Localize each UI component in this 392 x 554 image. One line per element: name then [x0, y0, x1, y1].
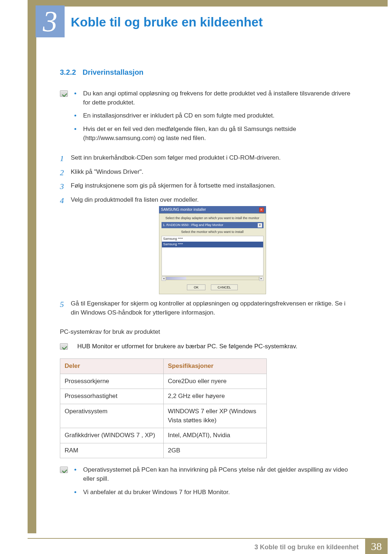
intro-note-block: Du kan angi optimal oppløsning og frekve… — [60, 89, 354, 147]
intro-bullet: En installasjonsdriver er inkludert på C… — [74, 111, 354, 120]
step-item: 3Følg instruksjonene som gis på skjermen… — [60, 181, 354, 190]
scroll-left-icon[interactable]: ◂ — [162, 276, 166, 281]
step-number: 1 — [60, 153, 64, 164]
footer-chapter-ref: 3 Koble til og bruke en kildeenhet — [254, 539, 365, 554]
note-icon — [60, 90, 68, 97]
installer-caption2: Select the monitor which you want to ins… — [162, 230, 264, 234]
step-text: Følg instruksjonene som gis på skjermen … — [71, 182, 275, 189]
table-header-specs: Spesifikasjoner — [163, 358, 267, 374]
table-cell: 2,2 GHz eller høyere — [163, 389, 267, 404]
intro-bullet: Du kan angi optimal oppløsning og frekve… — [74, 89, 354, 107]
step-item: 5Gå til Egenskaper for skjerm og kontrol… — [60, 299, 354, 317]
main-content: 3.2.2Driverinstallasjon Du kan angi opti… — [60, 67, 354, 502]
ok-button[interactable]: OK — [187, 284, 205, 290]
table-cell: Intel, AMD(ATI), Nvidia — [163, 428, 267, 443]
step-text: Sett inn brukerhåndbok-CDen som følger m… — [71, 154, 281, 161]
page-number: 38 — [365, 539, 388, 554]
chapter-number-badge: 3 — [36, 5, 65, 37]
pc-requirements-heading: PC-systemkrav for bruk av produktet — [60, 328, 354, 337]
section-number: 3.2.2 — [60, 68, 76, 76]
cancel-button[interactable]: CANCEL — [211, 284, 238, 290]
spec-table: Deler Spesifikasjoner ProsessorkjerneCor… — [60, 358, 267, 458]
step-number: 2 — [60, 167, 64, 178]
table-cell: Prosessorkjerne — [60, 374, 164, 389]
step-item: 4Velg din produktmodell fra listen over … — [60, 196, 354, 294]
installer-monitor-list[interactable]: Samsung **** Samsung **** — [162, 236, 264, 276]
step-item: 2Klikk på "Windows Driver". — [60, 168, 354, 177]
page-footer: 3 Koble til og bruke en kildeenhet 38 — [28, 538, 388, 554]
table-row: OperativsystemWINDOWS 7 eller XP (Window… — [60, 404, 267, 428]
installer-screenshot: SAMSUNG monitor installer × Select the d… — [159, 206, 266, 295]
pc-req-note-row: HUB Monitor er utformet for brukere av b… — [60, 342, 354, 351]
step-text: Klikk på "Windows Driver". — [71, 168, 143, 175]
closing-bullet: Vi anbefaler at du bruker Windows 7 for … — [74, 488, 354, 497]
intro-bullet: Hvis det er en feil ved den medfølgende … — [74, 125, 354, 143]
footer-chapter-title: Koble til og bruke en kildeenhet — [260, 543, 359, 551]
table-header-row: Deler Spesifikasjoner — [60, 358, 267, 374]
table-row: ProsessorkjerneCore2Duo eller nyere — [60, 374, 267, 389]
step-number: 3 — [60, 181, 64, 192]
scroll-right-icon[interactable]: ▸ — [259, 276, 264, 281]
section-title: Driverinstallasjon — [82, 68, 143, 76]
installer-adapter-dropdown[interactable]: 1. RADEON 9550 : Plug and Play Monitor ▾ — [162, 222, 264, 228]
table-header-parts: Deler — [60, 358, 164, 374]
table-cell: RAM — [60, 443, 164, 458]
installer-window-title: SAMSUNG monitor installer — [161, 207, 206, 213]
table-cell: Grafikkdriver (WINDOWS 7 , XP) — [60, 428, 164, 443]
table-cell: Prosessorhastighet — [60, 389, 164, 404]
note-icon — [60, 467, 68, 473]
chapter-title: Koble til og bruke en kildeenhet — [71, 13, 263, 32]
table-row: Grafikkdriver (WINDOWS 7 , XP)Intel, AMD… — [60, 428, 267, 443]
chevron-down-icon[interactable]: ▾ — [258, 223, 262, 227]
table-cell: Operativsystem — [60, 404, 164, 428]
closing-bullet: Operativsystemet på PCen kan ha innvirkn… — [74, 465, 354, 483]
scroll-thumb[interactable] — [166, 277, 186, 280]
installer-list-item[interactable]: Samsung **** — [162, 236, 263, 242]
intro-bullet-list: Du kan angi optimal oppløsning og frekve… — [74, 89, 354, 147]
table-cell: WINDOWS 7 eller XP (Windows Vista støtte… — [163, 404, 267, 428]
note-icon — [60, 343, 68, 350]
installer-body: Select the display adapter on which you … — [159, 213, 266, 294]
table-cell: 2GB — [163, 443, 267, 458]
installer-button-row: OK CANCEL — [162, 284, 264, 290]
section-heading: 3.2.2Driverinstallasjon — [60, 67, 354, 78]
installer-list-item-selected[interactable]: Samsung **** — [162, 242, 263, 247]
footer-chapter-number: 3 — [254, 543, 258, 551]
table-cell: Core2Duo eller nyere — [163, 374, 267, 389]
installer-dropdown-value: 1. RADEON 9550 : Plug and Play Monitor — [163, 223, 224, 227]
table-row: RAM2GB — [60, 443, 267, 458]
step-list: 1Sett inn brukerhåndbok-CDen som følger … — [60, 153, 354, 317]
closing-bullet-list: Operativsystemet på PCen kan ha innvirkn… — [74, 465, 354, 501]
scroll-track[interactable] — [166, 276, 259, 280]
top-horizontal-bar — [36, 0, 388, 7]
step-number: 4 — [60, 195, 64, 206]
installer-caption1: Select the display adapter on which you … — [162, 216, 264, 221]
close-icon[interactable]: × — [259, 208, 264, 212]
left-vertical-bar — [28, 0, 36, 533]
step-text: Velg din produktmodell fra listen over m… — [71, 196, 199, 203]
installer-scrollbar[interactable]: ◂ ▸ — [162, 276, 264, 281]
step-item: 1Sett inn brukerhåndbok-CDen som følger … — [60, 153, 354, 163]
step-number: 5 — [60, 299, 64, 310]
step-text: Gå til Egenskaper for skjerm og kontroll… — [71, 300, 346, 316]
table-row: Prosessorhastighet2,2 GHz eller høyere — [60, 389, 267, 404]
pc-req-note-text: HUB Monitor er utformet for brukere av b… — [77, 342, 354, 351]
closing-note-block: Operativsystemet på PCen kan ha innvirkn… — [60, 465, 354, 501]
installer-titlebar: SAMSUNG monitor installer × — [159, 206, 266, 214]
